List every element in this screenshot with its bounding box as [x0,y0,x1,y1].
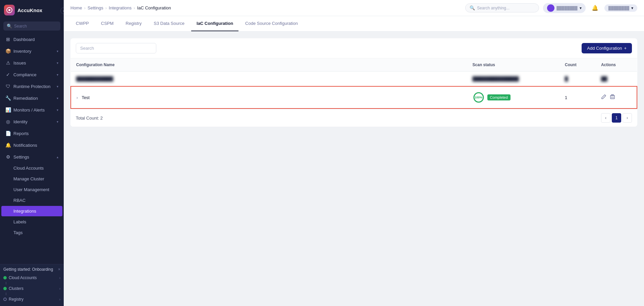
row-count: 1 [559,86,596,108]
compliance-icon: ✓ [5,72,11,77]
bell-button[interactable]: 🔔 [590,3,600,13]
pagination-page-1[interactable]: 1 [612,113,621,123]
table-container: Add Configuration + Configuration Name S… [70,38,637,127]
main-content: Home › Settings › Integrations › IaC Con… [64,0,644,306]
chevron-down-icon: ▾ [57,120,58,124]
sidebar-item-label: Settings [13,155,54,160]
chevron-down-icon: ▾ [57,96,58,100]
user-label: ████████ [556,6,577,10]
shield-icon: 🛡 [5,84,11,89]
row-scan-status: 100% Completed [467,86,559,108]
onboarding-item-label: Clusters [9,286,23,291]
table-search[interactable] [76,43,156,53]
tenant-menu-button[interactable]: ████████ ▾ [604,4,637,12]
sidebar-sub-label: Integrations [13,209,36,214]
sidebar-item-integrations[interactable]: Integrations [1,206,62,216]
sidebar-item-compliance[interactable]: ✓ Compliance ▾ [1,69,62,80]
topbar-search-input[interactable] [477,6,535,10]
col-actions: Actions [596,58,637,72]
row-actions [596,86,637,108]
chevron-up-icon: ▴ [57,155,58,159]
table-footer: Total Count: 2 ‹ 1 › [70,109,637,127]
status-dot-done [3,276,7,279]
tabs-bar: CWPP CSPM Registry S3 Data Source IaC Co… [64,16,644,32]
user-menu-button[interactable]: ████████ ▾ [543,3,585,13]
sidebar-item-rbac[interactable]: RBAC [1,195,62,206]
tab-iac-configuration[interactable]: IaC Configuration [191,16,238,31]
topbar-search[interactable]: 🔍 [465,3,539,12]
edit-icon[interactable] [601,94,606,101]
sidebar-item-remediation[interactable]: 🔧 Remediation ▾ [1,92,62,104]
dashboard-icon: ⊞ [5,37,11,42]
sidebar-item-reports[interactable]: 📄 Reports [1,128,62,139]
sidebar-item-tags[interactable]: Tags [1,227,62,238]
sidebar-item-cloud-accounts[interactable]: Cloud Accounts [1,163,62,173]
col-count: Count [559,58,596,72]
delete-icon[interactable] [610,94,615,101]
breadcrumb-integrations[interactable]: Integrations [109,5,131,10]
inventory-icon: 📦 [5,48,11,54]
progress-circle: 100% [473,91,485,103]
tenant-chevron-icon: ▾ [631,6,633,10]
onboarding-panel: Getting started: Onboarding × Cloud Acco… [0,264,64,306]
row-scan-status: ███████████████ [467,72,559,87]
sidebar-item-label: Runtime Protection [13,84,54,89]
scan-status-cell: 100% Completed [473,91,554,103]
chevron-right-icon: › [59,298,60,301]
table-search-input[interactable] [80,46,152,51]
sidebar-item-label: Reports [13,131,58,136]
breadcrumb-settings[interactable]: Settings [88,5,103,10]
sidebar-item-user-management[interactable]: User Management [1,184,62,195]
col-name: Configuration Name [71,58,467,72]
status-badge: Completed [487,94,511,100]
tab-cwpp[interactable]: CWPP [70,16,94,31]
chevron-down-icon: ▾ [57,85,58,88]
actions-cell [601,94,631,101]
sidebar-item-issues[interactable]: ⚠ Issues ▾ [1,57,62,69]
breadcrumb-home[interactable]: Home [70,5,82,10]
sidebar-item-runtime-protection[interactable]: 🛡 Runtime Protection ▾ [1,81,62,92]
search-input[interactable] [14,24,57,29]
svg-rect-4 [610,95,614,99]
onboarding-item-registry[interactable]: Registry › [3,295,60,303]
sidebar-item-settings[interactable]: ⚙ Settings ▴ [1,151,62,163]
page-content: Add Configuration + Configuration Name S… [64,32,644,133]
breadcrumb-current: IaC Configuration [137,5,171,10]
breadcrumb-sep: › [133,5,135,10]
pagination-prev-button[interactable]: ‹ [601,113,610,123]
sidebar-sub-label: Labels [13,219,26,224]
sidebar-collapse-button[interactable]: ‹ [60,7,64,14]
sidebar-item-dashboard[interactable]: ⊞ Dashboard [1,34,62,45]
onboarding-close-button[interactable]: × [58,267,60,272]
sidebar-item-inventory[interactable]: 📦 Inventory ▾ [1,45,62,57]
bell-icon: 🔔 [5,142,11,148]
sidebar-item-notifications[interactable]: 🔔 Notifications [1,139,62,151]
onboarding-item-cloud-accounts[interactable]: Cloud Accounts › [3,274,60,282]
onboarding-item-clusters[interactable]: Clusters › [3,285,60,293]
onboarding-item-label: Registry [9,297,23,302]
onboarding-header: Getting started: Onboarding × [3,267,60,272]
sidebar-sub-label: RBAC [13,198,25,203]
tab-code-source[interactable]: Code Source Configuration [240,16,303,31]
add-configuration-button[interactable]: Add Configuration + [582,43,632,53]
pagination: ‹ 1 › [601,113,632,123]
sidebar-item-labels[interactable]: Labels [1,217,62,227]
sidebar-sub-label: User Management [13,187,49,192]
user-avatar [547,4,554,12]
tab-cspm[interactable]: CSPM [96,16,119,31]
add-configuration-label: Add Configuration [587,46,622,51]
sidebar-search[interactable]: 🔍 [3,21,60,31]
table-row: ████████████ ███████████████ █ ██ [71,72,637,87]
expand-icon[interactable]: › [76,95,78,100]
sidebar-sub-label: Cloud Accounts [13,166,44,171]
sidebar-item-identity[interactable]: ◎ Identity ▾ [1,116,62,127]
chevron-down-icon: ▾ [57,108,58,112]
row-name-text: ████████████ [76,76,113,81]
pagination-next-button[interactable]: › [623,113,632,123]
sidebar-item-monitors-alerts[interactable]: 📊 Monitors / Alerts ▾ [1,104,62,116]
tab-s3-data-source[interactable]: S3 Data Source [148,16,190,31]
sidebar-item-manage-cluster[interactable]: Manage Cluster [1,174,62,184]
sidebar-item-label: Inventory [13,49,54,54]
tab-registry[interactable]: Registry [120,16,147,31]
onboarding-title: Getting started: Onboarding [3,267,53,272]
